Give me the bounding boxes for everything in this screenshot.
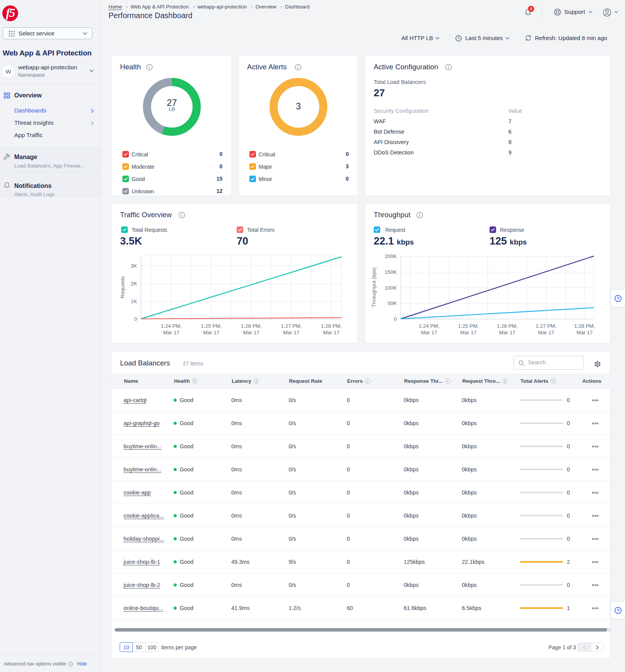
svg-text:Requests: Requests bbox=[120, 276, 125, 298]
svg-text:1:25 PM,: 1:25 PM, bbox=[458, 323, 479, 329]
svg-text:Mar 17: Mar 17 bbox=[460, 330, 476, 335]
svg-text:2K: 2K bbox=[130, 281, 137, 287]
svg-text:Mar 17: Mar 17 bbox=[499, 330, 515, 335]
svg-text:1:25 PM,: 1:25 PM, bbox=[201, 323, 222, 329]
svg-text:1:26 PM,: 1:26 PM, bbox=[241, 323, 262, 329]
svg-text:?: ? bbox=[617, 296, 619, 301]
svg-text:1:28 PM,: 1:28 PM, bbox=[321, 323, 342, 329]
svg-text:Mar 17: Mar 17 bbox=[203, 330, 219, 335]
svg-text:Mar 17: Mar 17 bbox=[421, 330, 437, 335]
svg-text:200K: 200K bbox=[384, 253, 397, 259]
svg-text:150K: 150K bbox=[384, 269, 397, 275]
svg-text:1:24 PM,: 1:24 PM, bbox=[161, 323, 182, 329]
svg-text:Mar 17: Mar 17 bbox=[323, 330, 339, 335]
svg-text:1:26 PM,: 1:26 PM, bbox=[497, 323, 518, 329]
svg-text:0: 0 bbox=[394, 316, 397, 322]
svg-text:Mar 17: Mar 17 bbox=[538, 330, 554, 335]
svg-text:Mar 17: Mar 17 bbox=[163, 330, 179, 335]
svg-text:1:27 PM,: 1:27 PM, bbox=[281, 323, 302, 329]
svg-text:Mar 17: Mar 17 bbox=[577, 330, 593, 335]
svg-text:100K: 100K bbox=[384, 285, 397, 291]
svg-text:Throughput (bps): Throughput (bps) bbox=[371, 267, 377, 307]
svg-text:1:24 PM,: 1:24 PM, bbox=[419, 323, 440, 329]
svg-text:1:27 PM,: 1:27 PM, bbox=[536, 323, 556, 329]
svg-text:1:28 PM,: 1:28 PM, bbox=[574, 323, 595, 329]
svg-text:0: 0 bbox=[134, 316, 137, 322]
svg-text:50K: 50K bbox=[388, 300, 397, 306]
svg-text:3K: 3K bbox=[130, 263, 137, 269]
svg-text:Mar 17: Mar 17 bbox=[283, 330, 299, 335]
svg-text:1K: 1K bbox=[130, 298, 137, 304]
svg-text:Mar 17: Mar 17 bbox=[243, 330, 259, 335]
svg-text:?: ? bbox=[617, 608, 619, 613]
